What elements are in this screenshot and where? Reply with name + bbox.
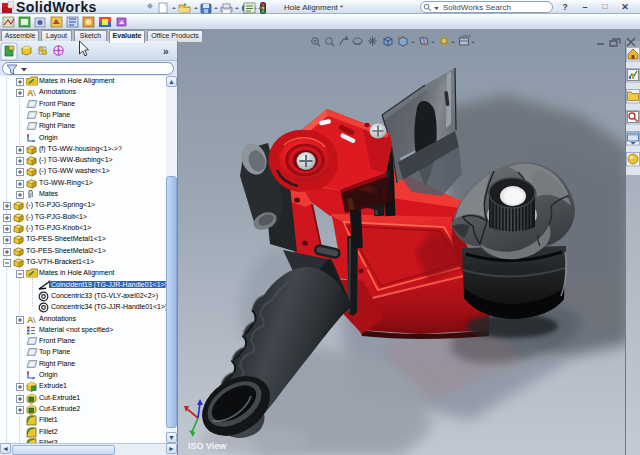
svg-text:A: A — [27, 88, 34, 98]
svg-text:»: » — [163, 46, 169, 57]
svg-text:A: A — [27, 315, 34, 325]
